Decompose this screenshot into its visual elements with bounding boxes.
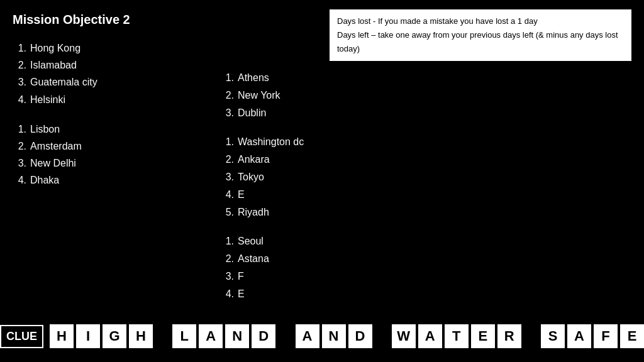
list-item: 5.Riyadh <box>220 204 631 221</box>
clue-letter: D <box>252 324 275 348</box>
list-num: 3. <box>220 168 234 186</box>
clue-label: CLUE <box>0 325 43 348</box>
clue-letter: S <box>541 324 565 348</box>
list-item: 1.Seoul <box>220 233 631 250</box>
mission-title: Mission Objective 2 <box>13 13 195 27</box>
list-num: 2. <box>13 138 26 155</box>
list-text: Seoul <box>238 233 264 250</box>
list-text: Amsterdam <box>30 138 82 155</box>
list-text: Washington dc <box>238 133 304 151</box>
right-list-group-3: 1.Seoul2.Astana3.F4.E <box>220 233 631 303</box>
list-item: 4.E <box>220 285 631 303</box>
clue-letter: D <box>348 324 372 348</box>
list-text: Lisbon <box>30 121 60 138</box>
clue-letter: A <box>567 324 591 348</box>
clue-word-2: AND <box>296 324 372 348</box>
clue-letter: A <box>296 324 319 348</box>
clue-letter: R <box>497 324 521 348</box>
list-num: 4. <box>13 91 26 108</box>
list-item: 3.Tokyo <box>220 168 631 186</box>
list-text: Athens <box>238 69 269 87</box>
list-item: 1.Hong Kong <box>13 40 195 57</box>
clue-letter: H <box>50 324 74 348</box>
list-text: F <box>238 268 244 285</box>
clue-word-3: WATER <box>392 324 521 348</box>
clue-letter: A <box>418 324 442 348</box>
list-item: 3.New Delhi <box>13 155 195 172</box>
list-item: 1.Lisbon <box>13 121 195 138</box>
list-num: 4. <box>13 172 26 189</box>
right-column: 1.Athens2.New York3.Dublin 1.Washington … <box>195 13 631 349</box>
list-num: 1. <box>13 121 26 138</box>
clue-letter: W <box>392 324 416 348</box>
list-text: E <box>238 285 245 303</box>
list-text: Islamabad <box>30 57 77 74</box>
list-text: Hong Kong <box>30 40 80 57</box>
list-num: 2. <box>13 57 26 74</box>
clue-letter: E <box>471 324 495 348</box>
list-item: 4.Helsinki <box>13 91 195 108</box>
list-item: 2.Astana <box>220 250 631 268</box>
list-num: 3. <box>13 155 26 172</box>
list-item: 1.Washington dc <box>220 133 631 151</box>
list-text: Helsinki <box>30 91 65 108</box>
info-line-2: Days left – take one away from your prev… <box>337 28 624 56</box>
list-num: 4. <box>220 285 234 303</box>
list-text: New Delhi <box>30 155 76 172</box>
clue-word-0: HIGH <box>50 324 153 348</box>
list-item: 4.E <box>220 186 631 204</box>
list-num: 3. <box>13 74 26 90</box>
right-list-group-1: 1.Athens2.New York3.Dublin <box>220 69 631 122</box>
left-list-group-1: 1.Hong Kong2.Islamabad3.Guatemala city4.… <box>13 40 195 108</box>
list-item: 3.Dublin <box>220 104 631 122</box>
list-text: Guatemala city <box>30 74 97 90</box>
list-text: Dhaka <box>30 172 59 189</box>
clue-letter: I <box>76 324 100 348</box>
clue-bar: CLUEHIGHLANDANDWATERSAFE <box>0 324 644 348</box>
left-list-group-2: 1.Lisbon2.Amsterdam3.New Delhi4.Dhaka <box>13 121 195 189</box>
clue-letter: L <box>172 324 196 348</box>
list-item: 4.Dhaka <box>13 172 195 189</box>
list-num: 3. <box>220 104 234 122</box>
clue-letter: T <box>445 324 469 348</box>
list-num: 4. <box>220 186 234 204</box>
clue-letter: N <box>225 324 249 348</box>
clue-letter: A <box>199 324 223 348</box>
clue-word-4: SAFE <box>541 324 644 348</box>
clue-letter: N <box>322 324 346 348</box>
list-text: Riyadh <box>238 204 269 221</box>
list-num: 1. <box>13 40 26 57</box>
list-item: 1.Athens <box>220 69 631 87</box>
list-num: 2. <box>220 151 234 168</box>
clue-letter: G <box>103 324 126 348</box>
clue-letter: F <box>594 324 618 348</box>
list-num: 1. <box>220 133 234 151</box>
list-num: 1. <box>220 233 234 250</box>
list-num: 3. <box>220 268 234 285</box>
right-list-group-2: 1.Washington dc2.Ankara3.Tokyo4.E5.Riyad… <box>220 133 631 221</box>
list-num: 2. <box>220 87 234 104</box>
list-num: 2. <box>220 250 234 268</box>
list-text: Dublin <box>238 104 266 122</box>
left-column: Mission Objective 2 1.Hong Kong2.Islamab… <box>13 13 195 349</box>
list-num: 1. <box>220 69 234 87</box>
list-item: 2.Islamabad <box>13 57 195 74</box>
clue-word-1: LAND <box>172 324 275 348</box>
list-text: Ankara <box>238 151 270 168</box>
clue-letter: E <box>620 324 644 348</box>
list-item: 3.F <box>220 268 631 285</box>
info-line-1: Days lost - If you made a mistake you ha… <box>337 14 624 28</box>
list-text: E <box>238 186 245 204</box>
list-item: 2.Amsterdam <box>13 138 195 155</box>
list-item: 3.Guatemala city <box>13 74 195 90</box>
list-text: Tokyo <box>238 168 264 186</box>
list-text: New York <box>238 87 280 104</box>
list-item: 2.New York <box>220 87 631 104</box>
list-num: 5. <box>220 204 234 221</box>
info-box: Days lost - If you made a mistake you ha… <box>330 9 631 61</box>
list-item: 2.Ankara <box>220 151 631 168</box>
clue-letter: H <box>129 324 153 348</box>
list-text: Astana <box>238 250 269 268</box>
